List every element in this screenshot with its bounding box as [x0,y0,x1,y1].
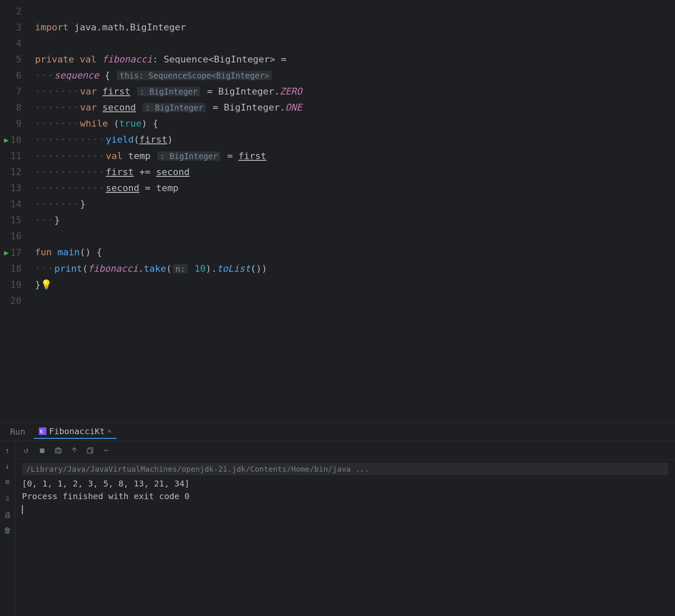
scroll-down-icon[interactable]: ↓ [3,460,11,472]
line-number-6: 6 [0,68,32,84]
code-line-11: 11 ···········val temp : BigInteger = fi… [0,148,675,164]
camera-button[interactable] [51,443,65,457]
panel-tabs: Run K FibonacciKt × [0,422,675,441]
clear-icon[interactable]: 🗑 [2,524,13,536]
type-sequence: Sequence [164,54,208,65]
code-line-18: 18 ···print(fibonacci.take(n: 10).toList… [0,261,675,277]
line-number-18: 18 [0,261,32,277]
wrap-lines-icon[interactable]: ≡ [3,476,11,488]
more-options-button[interactable]: ⋯ [100,443,113,457]
const-zero: ZERO [280,86,302,97]
line-content-15[interactable]: ···} [32,212,675,228]
code-line-17: ▶ 17 fun main() { [0,244,675,261]
console-path: /Library/Java/JavaVirtualMachines/openjd… [22,463,668,475]
indent-dots-11: ··········· [35,151,106,161]
copy-button[interactable] [84,443,97,457]
svg-text:K: K [40,429,43,435]
run-arrow-icon[interactable]: ▶ [4,132,9,148]
var-first-12: first [106,167,134,177]
line-content-10[interactable]: ···········yield(first) [32,132,675,148]
kotlin-file-icon: K [39,427,46,435]
run-icon-17[interactable]: ▶ [4,245,9,261]
var-fibonacci: fibonacci [102,54,152,65]
scroll-end-icon[interactable]: ⇩ [3,491,12,505]
var-second-12: second [156,167,189,177]
param-hint-n: n: [173,264,188,273]
line-number-17: ▶ 17 [0,245,32,261]
line-content-14[interactable]: ·······} [32,196,675,212]
line-number-12: 12 [0,164,32,180]
code-line-6: 6 ···sequence { this: SequenceScope<BigI… [0,68,675,84]
fn-yield: yield [106,134,134,145]
fn-main: main [57,247,80,257]
line-content-11[interactable]: ···········val temp : BigInteger = first [32,148,675,164]
line-content-5[interactable]: private val fibonacci: Sequence<BigInteg… [32,51,675,68]
code-line-13: 13 ···········second = temp [0,180,675,196]
indent-dots-15: ··· [35,215,54,225]
scroll-up-icon[interactable]: ↑ [3,444,11,457]
line-content-8[interactable]: ·······var second : BigInteger = BigInte… [32,100,675,116]
code-line-9: 9 ·······while (true) { [0,116,675,132]
console-cursor-line [22,504,668,514]
indent-dots-13: ··········· [35,183,106,193]
indent-dots-7: ······· [35,86,80,97]
param-hint-bigint-7: : BigInteger [137,87,200,96]
panel-body: ↑ ↓ ≡ ⇩ 🖨 🗑 ↺ ■ [0,441,675,616]
svg-point-2 [57,449,60,452]
var-second: second [103,102,136,113]
line-number-4: 4 [0,35,32,51]
indent-dots-9: ······· [35,118,80,129]
fn-sequence: sequence [54,70,99,81]
var-second-13: second [106,183,139,193]
kw-val: val [80,54,97,65]
code-line-10: ▶ 10 ···········yield(first) [0,132,675,148]
line-content-9[interactable]: ·······while (true) { [32,116,675,132]
indent-dots-18: ··· [35,263,54,274]
editor-area: 2 3 import java.math.BigInteger 4 5 priv… [0,0,675,422]
val-10: 10 [194,263,206,274]
code-line-14: 14 ·······} [0,196,675,212]
print-icon[interactable]: 🖨 [2,508,13,521]
kw-var-7: var [80,86,97,97]
restore-icon [70,446,78,454]
line-number-5: 5 [0,51,32,68]
code-line-5: 5 private val fibonacci: Sequence<BigInt… [0,51,675,68]
tab-run[interactable]: Run [5,425,30,438]
indent-dots-10: ··········· [35,134,106,145]
line-content-13[interactable]: ···········second = temp [32,180,675,196]
restore-button[interactable] [68,443,81,457]
line-content-12[interactable]: ···········first += second [32,164,675,180]
type-biginteger: BigInteger [214,54,270,65]
line-content-19[interactable]: }💡 [32,277,675,293]
line-number-11: 11 [0,148,32,164]
keyword-import: import [35,22,68,32]
kw-var-8: var [80,102,97,113]
code-line-7: 7 ·······var first : BigInteger = BigInt… [0,84,675,100]
line-content-6[interactable]: ···sequence { this: SequenceScope<BigInt… [32,68,675,84]
code-line-12: 12 ···········first += second [0,164,675,180]
rerun-button[interactable]: ↺ [19,443,33,457]
tab-fibonacci-kt[interactable]: K FibonacciKt × [34,424,116,439]
code-line-15: 15 ···} [0,212,675,228]
kw-fun: fun [35,247,52,257]
line-content-18[interactable]: ···print(fibonacci.take(n: 10).toList()) [32,261,675,277]
arg-first-10: first [139,134,167,145]
line-content-7[interactable]: ·······var first : BigInteger = BigInteg… [32,84,675,100]
code-line-2: 2 [0,3,675,19]
fn-toList: toList [217,263,250,274]
line-number-13: 13 [0,180,32,196]
stop-button[interactable]: ■ [35,443,49,457]
lightbulb-icon[interactable]: 💡 [40,279,52,290]
ref-fibonacci-18: fibonacci [88,263,138,274]
line-number-10: ▶ 10 [0,132,32,148]
line-content-17[interactable]: fun main() { [32,244,675,260]
close-tab-icon[interactable]: × [108,427,112,435]
line-content-3[interactable]: import java.math.BigInteger [32,19,675,35]
code-container: 2 3 import java.math.BigInteger 4 5 priv… [0,3,675,422]
fn-take: take [144,263,166,274]
indent-dots-6: ··· [35,70,54,81]
import-path: java.math.BigInteger [74,22,186,32]
param-hint-bigint-8: : BigInteger [143,103,205,112]
line-number-9: 9 [0,116,32,132]
code-line-4: 4 [0,35,675,51]
